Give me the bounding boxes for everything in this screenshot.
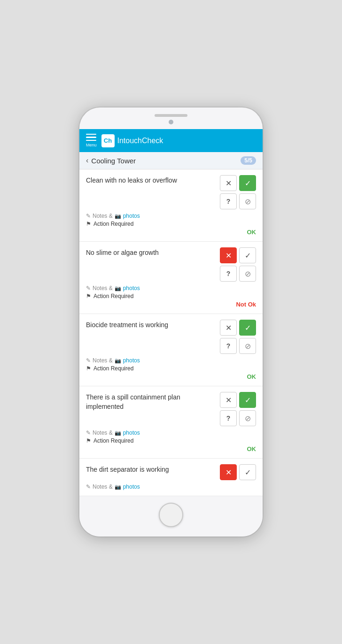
check-meta-5: ✎ Notes & 📷 photos [86, 483, 256, 490]
breadcrumb-bar: ‹ Cooling Tower 5/5 [79, 152, 263, 169]
logo-area: Ch IntouchCheck [101, 134, 163, 147]
back-button[interactable]: ‹ [86, 156, 88, 165]
check-item-top-4: There is a spill containment plan implem… [86, 392, 256, 426]
phone-bottom [79, 496, 263, 537]
btn-row-2-3: ? ⊘ [220, 338, 256, 354]
btn-no-4[interactable]: ⊘ [239, 410, 256, 426]
flag-icon-2: ⚑ [86, 293, 91, 299]
btn-check-5[interactable]: ✓ [239, 464, 256, 480]
btn-question-3[interactable]: ? [220, 338, 237, 354]
check-question-3: Biocide treatment is working [86, 320, 215, 330]
btn-no-2[interactable]: ⊘ [239, 266, 256, 282]
buttons-group-4: ✕ ✓ ? ⊘ [220, 392, 256, 426]
camera-icon-1: 📷 [115, 213, 121, 219]
check-meta-3: ✎ Notes & 📷 photos ⚑ Action Required [86, 357, 256, 372]
buttons-group-2: ✕ ✓ ? ⊘ [220, 247, 256, 282]
check-question-5: The dirt separator is working [86, 464, 215, 475]
btn-no-1[interactable]: ⊘ [239, 193, 256, 209]
edit-icon-5: ✎ [86, 483, 91, 490]
btn-row-1-4: ✕ ✓ [220, 392, 256, 408]
flag-icon-3: ⚑ [86, 365, 91, 372]
action-label-3: Action Required [93, 365, 133, 372]
edit-icon-2: ✎ [86, 285, 91, 291]
notes-prefix-3: Notes & [93, 357, 113, 364]
check-item-top-5: The dirt separator is working ✕ ✓ [86, 464, 256, 480]
check-item-top-2: No slime or algae growth ✕ ✓ ? ⊘ [86, 247, 256, 282]
progress-badge: 5/5 [241, 156, 256, 165]
notes-link-1[interactable]: photos [123, 213, 140, 219]
check-item-top-3: Biocide treatment is working ✕ ✓ ? ⊘ [86, 320, 256, 354]
check-item-3: Biocide treatment is working ✕ ✓ ? ⊘ ✎ N… [79, 314, 263, 386]
camera-icon-3: 📷 [115, 358, 121, 364]
edit-icon-1: ✎ [86, 213, 91, 219]
phone-screen: Menu Ch IntouchCheck ‹ Cooling Tower 5/5… [79, 129, 263, 497]
notes-link-4[interactable]: photos [123, 429, 140, 436]
check-meta-1: ✎ Notes & 📷 photos ⚑ Action Required [86, 213, 256, 227]
breadcrumb-left: ‹ Cooling Tower [86, 156, 136, 165]
btn-row-1-3: ✕ ✓ [220, 320, 256, 336]
camera-icon-5: 📷 [115, 484, 121, 490]
btn-x-4[interactable]: ✕ [220, 392, 237, 408]
notes-link-3[interactable]: photos [123, 357, 140, 364]
notes-prefix-1: Notes & [93, 213, 113, 219]
btn-row-2-4: ? ⊘ [220, 410, 256, 426]
btn-x-5[interactable]: ✕ [220, 464, 237, 480]
btn-x-3[interactable]: ✕ [220, 320, 237, 336]
logo-box: Ch [101, 134, 115, 147]
status-2: Not Ok [86, 301, 256, 308]
btn-no-3[interactable]: ⊘ [239, 338, 256, 354]
btn-check-4[interactable]: ✓ [239, 392, 256, 408]
app-header: Menu Ch IntouchCheck [79, 129, 263, 153]
buttons-group-5: ✕ ✓ [220, 464, 256, 480]
notes-row-1: ✎ Notes & 📷 photos [86, 213, 256, 219]
btn-question-2[interactable]: ? [220, 266, 237, 282]
camera-icon-4: 📷 [115, 430, 121, 436]
checklist: Clean with no leaks or overflow ✕ ✓ ? ⊘ … [79, 169, 263, 496]
phone-speaker [155, 114, 187, 117]
phone-camera [169, 120, 173, 124]
btn-question-4[interactable]: ? [220, 410, 237, 426]
btn-check-1[interactable]: ✓ [239, 175, 256, 191]
action-label-2: Action Required [93, 293, 133, 299]
check-meta-2: ✎ Notes & 📷 photos ⚑ Action Required [86, 285, 256, 299]
notes-link-5[interactable]: photos [123, 483, 140, 490]
action-row-2: ⚑ Action Required [86, 293, 256, 299]
notes-link-2[interactable]: photos [123, 285, 140, 291]
edit-icon-4: ✎ [86, 429, 91, 436]
notes-row-5: ✎ Notes & 📷 photos [86, 483, 256, 490]
btn-check-3[interactable]: ✓ [239, 320, 256, 336]
home-button[interactable] [159, 503, 183, 527]
check-question-4: There is a spill containment plan implem… [86, 392, 215, 411]
menu-button[interactable]: Menu [86, 134, 97, 148]
check-meta-4: ✎ Notes & 📷 photos ⚑ Action Required [86, 429, 256, 444]
btn-check-2[interactable]: ✓ [239, 247, 256, 263]
phone-frame: Menu Ch IntouchCheck ‹ Cooling Tower 5/5… [79, 107, 263, 537]
action-label-1: Action Required [93, 221, 133, 227]
app-title: IntouchCheck [117, 137, 163, 145]
notes-prefix-2: Notes & [93, 285, 113, 291]
menu-label: Menu [86, 143, 97, 147]
menu-bar-3 [86, 140, 96, 141]
check-item-5: The dirt separator is working ✕ ✓ ✎ Note… [79, 459, 263, 496]
status-3: OK [86, 373, 256, 380]
action-row-3: ⚑ Action Required [86, 365, 256, 372]
edit-icon-3: ✎ [86, 357, 91, 364]
status-text-2: Not Ok [236, 301, 256, 308]
buttons-group-1: ✕ ✓ ? ⊘ [220, 175, 256, 209]
btn-question-1[interactable]: ? [220, 193, 237, 209]
status-text-4: OK [247, 445, 256, 452]
btn-row-1-5: ✕ ✓ [220, 464, 256, 480]
check-question-2: No slime or algae growth [86, 247, 215, 258]
status-text-1: OK [247, 229, 256, 236]
btn-row-2-1: ? ⊘ [220, 193, 256, 209]
status-1: OK [86, 229, 256, 236]
btn-row-1-2: ✕ ✓ [220, 247, 256, 263]
notes-prefix-5: Notes & [93, 483, 113, 490]
camera-icon-2: 📷 [115, 285, 121, 291]
notes-prefix-4: Notes & [93, 429, 113, 436]
btn-row-1-1: ✕ ✓ [220, 175, 256, 191]
btn-x-2[interactable]: ✕ [220, 247, 237, 263]
action-row-1: ⚑ Action Required [86, 221, 256, 227]
flag-icon-4: ⚑ [86, 437, 91, 444]
btn-x-1[interactable]: ✕ [220, 175, 237, 191]
